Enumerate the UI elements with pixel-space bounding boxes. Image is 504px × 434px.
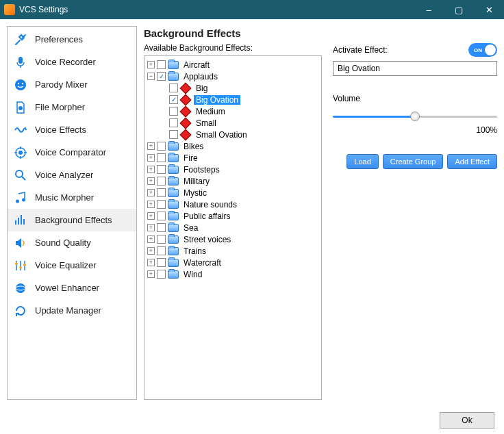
folder-icon [168, 259, 179, 267]
tree-folder[interactable]: +Footsteps [146, 164, 320, 175]
sidebar-item-vowel-enhancer[interactable]: Vowel Enhancer [8, 277, 136, 299]
tree-folder[interactable]: +Street voices [146, 233, 320, 245]
titlebar: VCS Settings – ▢ ✕ [0, 0, 504, 19]
activate-toggle[interactable]: ON [468, 43, 497, 57]
tree-folder-label: Applauds [181, 72, 220, 81]
svg-point-9 [22, 198, 25, 201]
checkbox[interactable] [157, 188, 166, 197]
checkbox[interactable] [157, 223, 166, 232]
sidebar-item-voice-analyzer[interactable]: Voice Analyzer [8, 164, 136, 186]
expand-icon[interactable]: + [147, 189, 155, 196]
tree-folder[interactable]: +Trains [146, 245, 320, 257]
sidebar-item-label: Voice Recorder [35, 57, 96, 67]
tree-folder-label: Trains [181, 246, 208, 256]
effects-tree[interactable]: +Aircraft−✓ApplaudsBig✓Big OvationMedium… [144, 55, 322, 400]
music-icon [13, 190, 28, 205]
sidebar-item-label: Music Morpher [35, 192, 94, 203]
expand-icon[interactable]: + [147, 247, 155, 255]
tree-effect[interactable]: Big [146, 82, 320, 94]
sidebar-item-parody-mixer[interactable]: Parody Mixer [8, 73, 136, 96]
tree-folder[interactable]: +Public affairs [146, 210, 320, 222]
sidebar-item-sound-quality[interactable]: Sound Quality [8, 231, 136, 254]
expand-icon[interactable]: + [147, 61, 155, 68]
tree-folder-label: Watercraft [181, 258, 223, 268]
create-group-button[interactable]: Create Group [383, 154, 444, 169]
main-panel: Background Effects Available Background … [144, 26, 497, 400]
tree-folder[interactable]: +Aircraft [146, 59, 320, 71]
checkbox[interactable] [157, 270, 166, 279]
tree-effect[interactable]: Small [146, 117, 320, 129]
expand-icon[interactable]: + [147, 270, 155, 278]
checkbox[interactable] [157, 142, 166, 151]
target-icon [13, 145, 28, 160]
add-effect-button[interactable]: Add Effect [447, 154, 497, 169]
checkbox[interactable] [157, 177, 166, 186]
sidebar-item-voice-equalizer[interactable]: Voice Equalizer [8, 254, 136, 277]
checkbox[interactable] [169, 84, 178, 92]
expand-icon[interactable]: + [147, 166, 155, 173]
collapse-icon[interactable]: − [147, 73, 155, 80]
checkbox[interactable] [169, 130, 178, 139]
checkbox[interactable] [157, 165, 166, 174]
tree-folder[interactable]: +Bikes [146, 140, 320, 152]
checkbox[interactable] [157, 235, 166, 244]
checkbox[interactable]: ✓ [157, 72, 166, 81]
slider-thumb[interactable] [410, 112, 420, 121]
effect-icon [180, 117, 192, 129]
sidebar-item-voice-recorder[interactable]: Voice Recorder [8, 51, 136, 73]
checkbox[interactable] [157, 60, 166, 69]
load-button[interactable]: Load [346, 154, 378, 169]
tree-folder[interactable]: +Wind [146, 268, 320, 280]
sidebar-item-background-effects[interactable]: Background Effects [8, 209, 136, 231]
checkbox[interactable] [157, 258, 166, 267]
maximize-button[interactable]: ▢ [444, 0, 474, 19]
expand-icon[interactable]: + [147, 177, 155, 185]
checkbox[interactable] [157, 153, 166, 162]
checkbox[interactable]: ✓ [169, 95, 178, 104]
volume-label: Volume [333, 94, 497, 103]
sidebar-item-update-manager[interactable]: Update Manager [8, 299, 136, 322]
tree-folder[interactable]: +Sea [146, 222, 320, 233]
tree-folder-label: Wind [181, 270, 204, 279]
tree-effect[interactable]: Medium [146, 105, 320, 117]
expand-icon[interactable]: + [147, 235, 155, 243]
face-icon [13, 77, 28, 92]
sidebar-item-music-morpher[interactable]: Music Morpher [8, 186, 136, 209]
checkbox[interactable] [169, 118, 178, 127]
tree-folder[interactable]: +Watercraft [146, 257, 320, 268]
expand-icon[interactable]: + [147, 212, 155, 220]
close-button[interactable]: ✕ [474, 0, 504, 19]
expand-icon[interactable]: + [147, 142, 155, 150]
expand-icon[interactable]: + [147, 259, 155, 266]
ok-button[interactable]: Ok [440, 412, 494, 429]
expand-icon[interactable]: + [147, 224, 155, 231]
tree-folder[interactable]: +Military [146, 175, 320, 187]
expand-icon[interactable]: + [147, 201, 155, 208]
refresh-icon [13, 303, 28, 318]
tree-folder[interactable]: −✓Applauds [146, 71, 320, 82]
tree-effect-label: Big [194, 84, 210, 93]
minimize-button[interactable]: – [414, 0, 444, 19]
tree-folder[interactable]: +Mystic [146, 187, 320, 199]
svg-point-16 [23, 264, 26, 266]
sidebar-item-label: Parody Mixer [35, 79, 88, 90]
microphone-icon [13, 55, 28, 70]
checkbox[interactable] [169, 107, 178, 116]
active-effect-field[interactable]: Big Ovation [333, 61, 497, 76]
svg-point-3 [22, 82, 23, 84]
volume-slider[interactable] [333, 110, 497, 123]
sidebar-item-file-morpher[interactable]: File Morpher [8, 96, 136, 118]
sidebar-item-label: Update Manager [35, 305, 101, 316]
tree-folder[interactable]: +Fire [146, 152, 320, 164]
expand-icon[interactable]: + [147, 154, 155, 162]
checkbox[interactable] [157, 246, 166, 255]
svg-point-17 [16, 283, 25, 293]
checkbox[interactable] [157, 200, 166, 209]
sidebar-item-voice-effects[interactable]: Voice Effects [8, 118, 136, 141]
sidebar-item-preferences[interactable]: Preferences [8, 28, 136, 51]
tree-effect[interactable]: Small Ovation [146, 129, 320, 140]
checkbox[interactable] [157, 212, 166, 220]
tree-effect[interactable]: ✓Big Ovation [146, 94, 320, 105]
tree-folder[interactable]: +Nature sounds [146, 199, 320, 210]
sidebar-item-voice-comparator[interactable]: Voice Comparator [8, 141, 136, 164]
